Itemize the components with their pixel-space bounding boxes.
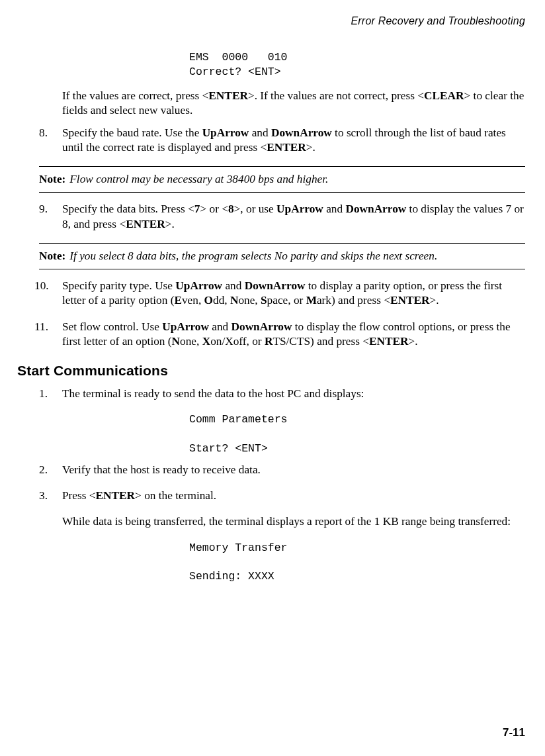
code-comm-params: Comm Parameters Start? <ENT> <box>189 412 525 455</box>
step-body: Specify the baud rate. Use the UpArrow a… <box>62 126 525 155</box>
letter-o: O <box>204 294 213 307</box>
text: >, or use <box>234 203 276 215</box>
text: >. <box>429 294 439 307</box>
text: > on the terminal. <box>135 489 216 502</box>
step-10: 10. Specify parity type. Use UpArrow and… <box>17 279 525 308</box>
step-body: Set flow control. Use UpArrow and DownAr… <box>62 320 525 349</box>
note-1: Note: Flow control may be necessary at 3… <box>39 166 525 193</box>
text: one, <box>180 335 202 348</box>
key-enter: ENTER <box>369 335 409 348</box>
text: TS/CTS) and press < <box>272 335 369 348</box>
text: Verify that the host is ready to receive… <box>62 463 261 476</box>
key-8: 8 <box>228 203 234 215</box>
heading-start-communications: Start Communications <box>17 362 525 380</box>
text: pace, or <box>267 294 306 307</box>
step-number: 8. <box>39 126 48 140</box>
letter-s: S <box>261 294 267 307</box>
text: one, <box>238 294 261 307</box>
note-text: If you select 8 data bits, the program s… <box>69 249 521 263</box>
text: and <box>209 320 231 333</box>
letter-n: N <box>172 335 180 348</box>
text: Specify the baud rate. Use the <box>62 126 202 139</box>
step-number: 2. <box>39 463 48 477</box>
text: ark) and press < <box>317 294 390 307</box>
step-body: Verify that the host is ready to receive… <box>62 463 525 477</box>
key-uparrow: UpArrow <box>202 126 249 139</box>
key-clear: CLEAR <box>424 89 464 102</box>
key-downarrow: DownArrow <box>245 279 306 292</box>
step-11: 11. Set flow control. Use UpArrow and Do… <box>17 320 525 349</box>
page-number: 7-11 <box>503 726 525 740</box>
key-downarrow: DownArrow <box>231 320 292 333</box>
step-body: Specify the data bits. Press <7> or <8>,… <box>62 202 525 231</box>
text: Specify parity type. Use <box>62 279 175 292</box>
note-2: Note: If you select 8 data bits, the pro… <box>39 243 525 269</box>
key-uparrow: UpArrow <box>175 279 222 292</box>
note-label: Note: <box>39 172 65 187</box>
step-body: Specify parity type. Use UpArrow and Dow… <box>62 279 525 308</box>
text: >. <box>409 335 418 348</box>
text: on/Xoff, or <box>210 335 265 348</box>
text: dd, <box>213 294 230 307</box>
intro-paragraph: If the values are correct, press <ENTER>… <box>62 89 525 118</box>
key-uparrow: UpArrow <box>162 320 209 333</box>
text: >. <box>306 141 315 154</box>
step-body: Press <ENTER> on the terminal. <box>62 489 525 503</box>
step-number: 10. <box>34 279 49 293</box>
key-enter: ENTER <box>390 294 430 307</box>
key-enter: ENTER <box>208 89 248 102</box>
step-body: The terminal is ready to send the data t… <box>62 387 525 401</box>
note-label: Note: <box>39 249 65 263</box>
running-header: Error Recovery and Troubleshooting <box>351 15 525 28</box>
key-downarrow: DownArrow <box>271 126 332 139</box>
text: and <box>222 279 245 292</box>
text: Specify the data bits. Press < <box>62 203 194 215</box>
sc-step-1: 1. The terminal is ready to send the dat… <box>17 387 525 401</box>
key-uparrow: UpArrow <box>276 203 323 215</box>
step-number: 1. <box>39 387 48 401</box>
code-memory-transfer: Memory Transfer Sending: XXXX <box>189 541 525 584</box>
key-enter: ENTER <box>126 218 165 230</box>
step-9: 9. Specify the data bits. Press <7> or <… <box>17 202 525 231</box>
text: Set flow control. Use <box>62 320 162 333</box>
content: EMS 0000 010 Correct? <ENT> If the value… <box>17 46 525 588</box>
step-number: 11. <box>34 320 48 334</box>
text: >. If the values are not correct, press … <box>248 89 424 102</box>
note-text: Flow control may be necessary at 38400 b… <box>69 172 521 187</box>
step-number: 3. <box>39 489 48 503</box>
step-number: 9. <box>39 202 48 216</box>
text: If the values are correct, press < <box>62 89 208 102</box>
text: and <box>323 203 346 215</box>
page: Error Recovery and Troubleshooting EMS 0… <box>0 0 545 756</box>
text: ven, <box>182 294 204 307</box>
text: and <box>249 126 271 139</box>
key-enter: ENTER <box>267 141 306 154</box>
text: The terminal is ready to send the data t… <box>62 387 364 400</box>
key-downarrow: DownArrow <box>345 203 406 215</box>
code-ems: EMS 0000 010 Correct? <ENT> <box>189 50 525 79</box>
text: > or < <box>200 203 228 215</box>
letter-n: N <box>230 294 238 307</box>
letter-x: X <box>202 335 210 348</box>
sc-step-3: 3. Press <ENTER> on the terminal. While … <box>17 489 525 530</box>
letter-m: M <box>306 294 317 307</box>
letter-r: R <box>265 335 272 348</box>
text: >. <box>165 218 175 230</box>
letter-e: E <box>174 294 182 307</box>
text: Press < <box>62 489 96 502</box>
step-subparagraph: While data is being transferred, the ter… <box>62 514 525 529</box>
step-8: 8. Specify the baud rate. Use the UpArro… <box>17 126 525 155</box>
key-enter: ENTER <box>96 489 136 502</box>
sc-step-2: 2. Verify that the host is ready to rece… <box>17 463 525 477</box>
